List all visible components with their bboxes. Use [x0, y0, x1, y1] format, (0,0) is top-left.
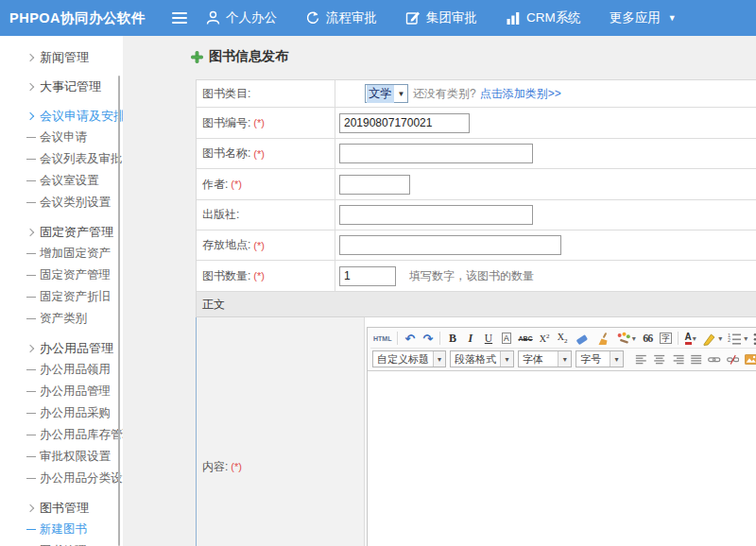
sidebar-item-fixed-assets-management[interactable]: 固定资产管理 [0, 221, 123, 243]
dash-icon [26, 529, 40, 530]
required-mark: (*) [253, 270, 265, 282]
sidebar-item-asset-category[interactable]: 资产类别 [0, 308, 123, 330]
select-label: 段落格式 [451, 352, 500, 367]
bold-icon[interactable]: B [444, 330, 460, 347]
location-input[interactable] [339, 235, 561, 255]
clear-format-icon[interactable] [593, 330, 612, 347]
editor-content-area[interactable] [368, 371, 756, 546]
sidebar-item-news-management[interactable]: 新闻管理 [0, 46, 123, 68]
author-input[interactable] [339, 175, 410, 195]
sidebar-item-add-fixed-asset[interactable]: 增加固定资产 [0, 243, 123, 264]
publisher-input[interactable] [339, 205, 533, 225]
underline-icon[interactable]: U [480, 330, 496, 347]
custom-heading-select[interactable]: 自定义标题▾ [372, 350, 446, 367]
link-icon[interactable] [706, 350, 722, 367]
remove-format-icon[interactable]: A [498, 330, 514, 347]
field-label: 出版社: [197, 200, 335, 230]
label-text: 出版社: [202, 207, 239, 223]
sidebar-item-label: 办公用品分类设置 [40, 470, 123, 486]
quantity-hint: 填写数字，该图书的数量 [409, 268, 534, 284]
font-color-icon[interactable]: A▾ [682, 330, 698, 347]
app-header: PHPOA协同办公软件 个人办公流程审批集团审批CRM系统更多应用▼ [0, 0, 756, 36]
font-family-select[interactable]: 字体▾ [518, 350, 572, 367]
nav-item-workflow-approval[interactable]: 流程审批 [305, 9, 377, 26]
sidebar-item-events-management[interactable]: 大事记管理 [0, 76, 123, 97]
paragraph-format-select[interactable]: 段落格式▾ [450, 350, 514, 367]
chevron-right-icon [26, 55, 40, 60]
dash-icon [26, 253, 40, 254]
sidebar-item-meeting-apply[interactable]: 会议申请 [0, 127, 123, 148]
form-row-category: 图书类目: 文学 ▼ 还没有类别? 点击添加类别>> [197, 80, 756, 108]
blockquote-icon[interactable]: 66 [640, 330, 656, 347]
nav-item-label: 流程审批 [326, 9, 377, 26]
undo-icon[interactable]: ↶ [402, 330, 418, 347]
sidebar-item-supplies-claim[interactable]: 办公用品领用 [0, 359, 123, 381]
book-name-input[interactable] [339, 144, 533, 163]
toolbar-separator [678, 332, 679, 345]
form-row-book-name: 图书名称: (*) [197, 139, 756, 169]
sidebar-item-office-supplies-management[interactable]: 办公用品管理 [0, 337, 123, 359]
paste-text-icon[interactable]: 字 [658, 330, 675, 347]
italic-icon[interactable]: I [462, 330, 478, 347]
chevron-right-icon [26, 346, 40, 351]
book-no-input[interactable] [339, 113, 470, 133]
font-size-select[interactable]: 字号▾ [576, 350, 624, 367]
dash-icon [26, 180, 40, 181]
book-category-select[interactable]: 文学 ▼ [365, 84, 408, 103]
strikethrough-icon[interactable]: ABC [516, 330, 534, 347]
sidebar-item-meeting-apply-arrange[interactable]: 会议申请及安排 [0, 105, 123, 127]
redo-icon[interactable]: ↷ [420, 330, 436, 347]
sidebar-item-label: 固定资产折旧 [40, 289, 111, 305]
form-row-content: 内容: (*) HTML↶↷BIUAABCX2X2▾66字A▾▾12▾▾ 自定义… [196, 317, 756, 546]
nav-item-crm-system[interactable]: CRM系统 [506, 9, 581, 26]
nav-item-group-approval[interactable]: 集团审批 [405, 9, 477, 26]
sidebar-item-meeting-list-approval[interactable]: 会议列表及审批 [0, 148, 123, 170]
align-center-icon[interactable] [651, 350, 667, 367]
toolbar-separator [397, 332, 398, 345]
sidebar-item-approval-permission-settings[interactable]: 审批权限设置 [0, 446, 123, 468]
editor-cell: HTML↶↷BIUAABCX2X2▾66字A▾▾12▾▾ 自定义标题▾段落格式▾… [365, 317, 756, 546]
auto-typeset-icon[interactable]: ▾ [614, 330, 638, 347]
nav-item-personal-office[interactable]: 个人办公 [206, 9, 277, 26]
quantity-input[interactable] [339, 266, 396, 286]
sidebar-item-new-book[interactable]: 新建图书 [0, 519, 123, 540]
justify-icon[interactable] [688, 350, 704, 367]
sidebar-item-fixed-asset-management[interactable]: 固定资产管理 [0, 264, 123, 286]
dash-icon [26, 369, 40, 370]
sidebar-item-meeting-category-settings[interactable]: 会议类别设置 [0, 192, 123, 213]
field-label: 作者: (*) [197, 169, 335, 199]
sidebar-item-book-list[interactable]: 图书管理 [0, 540, 123, 546]
sidebar-item-supplies-inventory[interactable]: 办公用品库存管理 [0, 424, 123, 446]
sidebar-item-label: 增加固定资产 [40, 246, 111, 262]
dash-icon [26, 297, 40, 298]
sidebar-item-book-management[interactable]: 图书管理 [0, 497, 123, 519]
form-row-publisher: 出版社: [197, 200, 756, 230]
sidebar-item-supplies-management[interactable]: 办公用品管理 [0, 381, 123, 402]
sidebar-item-label: 会议申请及安排 [40, 108, 123, 125]
image-icon[interactable] [743, 350, 756, 367]
align-right-icon[interactable] [670, 350, 686, 367]
top-navigation: 个人办公流程审批集团审批CRM系统更多应用▼ [206, 0, 677, 36]
align-left-icon[interactable] [633, 350, 649, 367]
field-label: 内容: (*) [197, 317, 365, 546]
sidebar-item-supplies-purchase[interactable]: 办公用品采购 [0, 402, 123, 424]
book-form: 图书类目: 文学 ▼ 还没有类别? 点击添加类别>> 图书编号: (*) [196, 79, 756, 546]
highlight-icon[interactable]: ▾ [700, 330, 724, 347]
html-source-icon[interactable]: HTML [371, 330, 393, 347]
sidebar-item-label: 办公用品领用 [40, 362, 111, 378]
sidebar-item-supplies-category-settings[interactable]: 办公用品分类设置 [0, 468, 123, 489]
rich-text-editor: HTML↶↷BIUAABCX2X2▾66字A▾▾12▾▾ 自定义标题▾段落格式▾… [367, 327, 756, 546]
sidebar-scrollbar[interactable] [118, 76, 120, 546]
unordered-list-icon[interactable]: ▾ [751, 330, 756, 347]
eraser-icon[interactable] [573, 330, 592, 347]
ordered-list-icon[interactable]: 12▾ [726, 330, 749, 347]
nav-item-more-apps[interactable]: 更多应用▼ [610, 9, 677, 26]
required-mark: (*) [231, 461, 242, 472]
sidebar-item-fixed-asset-depreciation[interactable]: 固定资产折旧 [0, 286, 123, 308]
subscript-icon[interactable]: X2 [555, 330, 571, 347]
sidebar-item-meeting-room-settings[interactable]: 会议室设置 [0, 170, 123, 192]
menu-toggle-icon[interactable] [172, 12, 187, 24]
add-category-link[interactable]: 点击添加类别>> [480, 86, 561, 102]
superscript-icon[interactable]: X2 [537, 330, 553, 347]
unlink-icon[interactable] [725, 350, 741, 367]
